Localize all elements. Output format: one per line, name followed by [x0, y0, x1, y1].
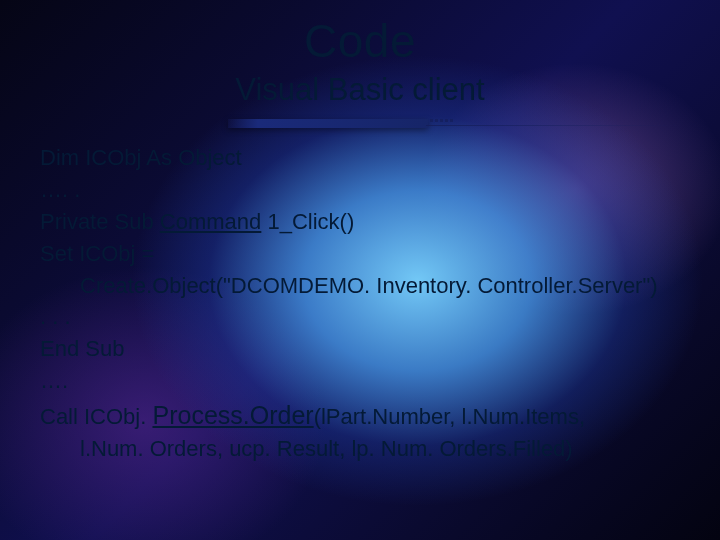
code-text: (lPart.Number, l.Num.Items, — [314, 404, 585, 429]
code-text: 1_Click() — [261, 209, 354, 234]
accent-bar-icon — [228, 119, 428, 128]
code-line: Create.Object("DCOMDEMO. Inventory. Cont… — [40, 270, 690, 302]
slide-subtitle: Visual Basic client — [0, 72, 720, 108]
code-line: …. . — [40, 174, 690, 206]
code-method: Process.Order — [152, 401, 313, 429]
code-line: End Sub — [40, 333, 690, 365]
accent-dots-icon — [430, 119, 453, 122]
code-text: Call ICObj. — [40, 404, 152, 429]
code-line: Dim ICObj As Object — [40, 142, 690, 174]
slide: Code Visual Basic client Dim ICObj As Ob… — [0, 0, 720, 540]
code-line: Call ICObj. Process.Order(lPart.Number, … — [40, 397, 690, 433]
code-line: …. — [40, 365, 690, 397]
code-text: Command — [160, 209, 261, 234]
code-text: Private Sub — [40, 209, 160, 234]
code-line: Private Sub Command 1_Click() — [40, 206, 690, 238]
code-line: l.Num. Orders, ucp. Result, lp. Num. Ord… — [40, 433, 690, 465]
slide-title: Code — [0, 14, 720, 68]
code-line: Set ICObj = — [40, 238, 690, 270]
accent-tail-icon — [426, 125, 686, 126]
code-line: . . . — [40, 301, 690, 333]
code-block: Dim ICObj As Object …. . Private Sub Com… — [40, 142, 690, 465]
